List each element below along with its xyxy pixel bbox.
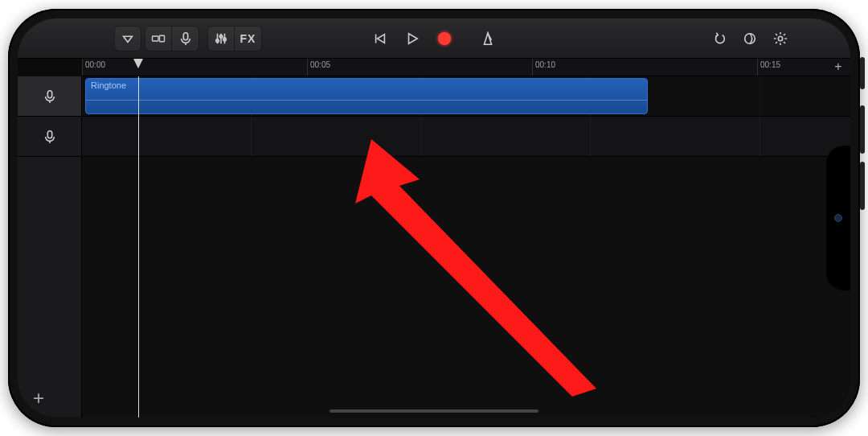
svg-rect-20: [47, 130, 51, 138]
audio-region[interactable]: Ringtone: [85, 78, 648, 114]
track-row[interactable]: [82, 117, 850, 157]
track-area: Ringtone: [18, 76, 850, 417]
notch: [826, 146, 850, 290]
microphone-icon: [43, 130, 57, 144]
track-header-2[interactable]: [18, 117, 81, 157]
settings-button[interactable]: [767, 26, 794, 51]
svg-marker-12: [377, 34, 384, 43]
transport-controls: [366, 26, 502, 51]
svg-point-16: [745, 33, 755, 43]
rewind-button[interactable]: [366, 26, 394, 51]
side-button: [860, 57, 865, 89]
mic-input-button[interactable]: [172, 26, 199, 51]
view-toggle-button[interactable]: [145, 26, 172, 51]
svg-rect-3: [183, 32, 187, 39]
svg-rect-18: [47, 90, 51, 97]
svg-point-17: [778, 36, 782, 40]
track-headers: [18, 76, 82, 417]
microphone-icon: [43, 89, 57, 104]
record-icon: [438, 32, 451, 45]
metronome-button[interactable]: [474, 26, 502, 51]
home-indicator[interactable]: [330, 409, 538, 413]
timeline-ruler[interactable]: 00:00 00:05 00:10 00:15 +: [82, 59, 850, 76]
volume-up-button: [860, 105, 865, 154]
ruler-tick-label: 00:15: [760, 60, 780, 69]
svg-rect-2: [160, 35, 165, 42]
add-section-button[interactable]: +: [831, 60, 845, 74]
fx-label: FX: [240, 32, 256, 45]
track-header-1[interactable]: [18, 76, 81, 117]
phone-frame: FX: [8, 9, 860, 427]
screen: FX: [18, 19, 850, 417]
volume-down-button: [860, 162, 865, 210]
ruler-tick-label: 00:10: [535, 60, 555, 69]
play-button[interactable]: [399, 26, 426, 51]
audio-region-label: Ringtone: [91, 80, 126, 90]
svg-rect-1: [153, 36, 159, 41]
undo-button[interactable]: [706, 26, 733, 51]
tracks-menu-button[interactable]: [114, 26, 141, 51]
ruler-tick-label: 00:00: [85, 60, 105, 69]
loop-browser-button[interactable]: [736, 26, 764, 51]
mixer-button[interactable]: [207, 26, 235, 51]
toolbar: FX: [18, 19, 850, 59]
record-button[interactable]: [431, 26, 458, 51]
timeline-tracks[interactable]: Ringtone: [82, 76, 850, 417]
svg-marker-13: [409, 33, 418, 43]
fx-button[interactable]: FX: [235, 26, 262, 51]
add-track-button[interactable]: +: [27, 387, 50, 409]
ruler-tick-label: 00:05: [310, 60, 330, 69]
svg-marker-0: [124, 36, 133, 42]
track-row[interactable]: Ringtone: [82, 76, 850, 117]
